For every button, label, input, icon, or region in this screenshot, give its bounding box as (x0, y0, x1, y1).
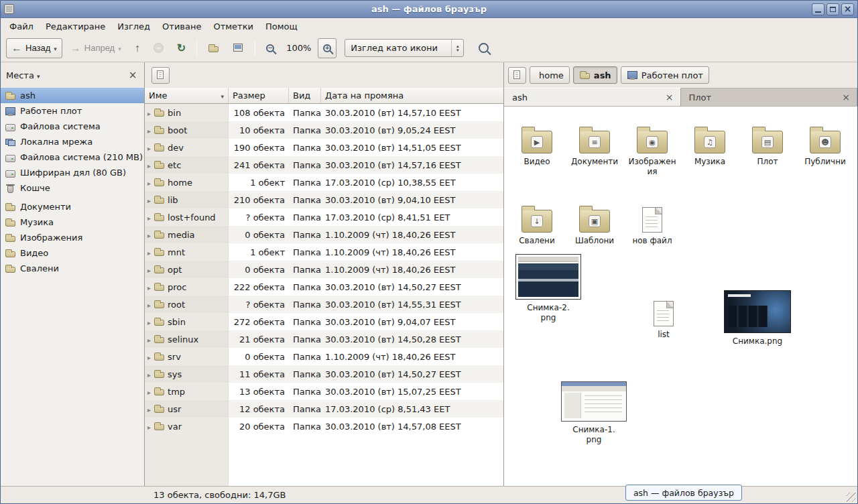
table-row[interactable]: boot 10 обекта Папка 30.03.2010 (вт) 9,0… (145, 121, 503, 139)
column-header-name[interactable]: Име (145, 88, 229, 103)
sidebar-item[interactable]: Файлова система (210 MB) (1, 149, 144, 165)
sidebar-item[interactable]: Локална мрежа (1, 134, 144, 149)
sidebar-item[interactable]: Кошче (1, 180, 144, 196)
table-row[interactable]: srv 0 обекта Папка 1.10.2009 (чт) 18,40,… (145, 348, 503, 365)
table-row[interactable]: opt 0 обекта Папка 1.10.2009 (чт) 18,40,… (145, 261, 503, 278)
icon-view-item[interactable]: list (640, 301, 687, 340)
expander-icon[interactable] (147, 300, 151, 310)
sidebar-item[interactable]: Шифриран дял (80 GB) (1, 165, 144, 180)
tab[interactable]: ash (504, 88, 681, 106)
table-row[interactable]: lib 210 обекта Папка 30.03.2010 (вт) 9,0… (145, 191, 503, 208)
location-button[interactable] (508, 67, 526, 84)
icon-view-item[interactable]: Снимка-2.png (511, 254, 585, 323)
expander-icon[interactable] (147, 265, 151, 275)
icon-label: Свалени (519, 236, 555, 246)
reload-button[interactable] (172, 38, 191, 58)
menu-item[interactable]: Помощ (259, 20, 304, 33)
resize-grip[interactable] (847, 493, 856, 502)
menu-item[interactable]: Отиване (156, 20, 207, 33)
sidebar-title-select[interactable]: Места (6, 70, 40, 80)
expander-icon[interactable] (147, 369, 151, 379)
stop-button[interactable] (148, 38, 169, 58)
minimize-button[interactable] (812, 3, 824, 15)
expander-icon[interactable] (147, 195, 151, 205)
table-row[interactable]: root ? обекта Папка 30.03.2010 (вт) 14,5… (145, 296, 503, 313)
menu-item[interactable]: Отметки (207, 20, 259, 33)
expander-icon[interactable] (147, 282, 151, 292)
sidebar-item[interactable]: ash (1, 88, 144, 103)
icon-view-item[interactable]: Снимка.png (721, 290, 794, 346)
icon-view-item[interactable]: ♫ Музика (681, 116, 739, 195)
expander-icon[interactable] (147, 422, 151, 432)
table-row[interactable]: media 0 обекта Папка 1.10.2009 (чт) 18,4… (145, 226, 503, 243)
expander-icon[interactable] (147, 247, 151, 257)
sidebar-close-button[interactable] (127, 69, 139, 81)
expander-icon[interactable] (147, 230, 151, 240)
sidebar-item[interactable]: Работен плот (1, 103, 144, 119)
menu-item[interactable]: Редактиране (40, 20, 111, 33)
expander-icon[interactable] (147, 125, 151, 135)
home-button[interactable] (202, 38, 225, 58)
icon-view-item[interactable]: ▶ Видео (508, 116, 566, 195)
icon-view-item[interactable]: ▤ Плот (739, 116, 796, 195)
icon-view[interactable]: ▶ Видео ≡ Документи ◉ (504, 107, 857, 486)
table-row[interactable]: tmp 13 обекта Папка 30.03.2010 (вт) 15,0… (145, 383, 503, 400)
column-header-size[interactable]: Размер (229, 88, 289, 103)
sidebar-item[interactable]: Свалени (1, 261, 144, 276)
expander-icon[interactable] (147, 334, 151, 344)
table-row[interactable]: proc 222 обекта Папка 30.03.2010 (вт) 14… (145, 278, 503, 296)
expander-icon[interactable] (147, 352, 151, 362)
expander-icon[interactable] (147, 212, 151, 223)
table-row[interactable]: dev 190 обекта Папка 30.03.2010 (вт) 14,… (145, 139, 503, 156)
expander-icon[interactable] (147, 143, 151, 153)
forward-button[interactable]: Напред (65, 38, 127, 58)
icon-view-item[interactable]: ◉ Изображения (623, 116, 681, 195)
column-header-date[interactable]: Дата на промяна (321, 88, 503, 103)
breadcrumb-button[interactable]: Работен плот (621, 66, 709, 84)
expander-icon[interactable] (147, 160, 151, 170)
maximize-button[interactable] (826, 3, 839, 15)
sidebar-item[interactable]: Видео (1, 245, 144, 261)
breadcrumb-button[interactable]: ash (573, 66, 617, 84)
menu-item[interactable]: Файл (3, 20, 40, 33)
breadcrumb-button[interactable]: home (530, 66, 570, 84)
expander-icon[interactable] (147, 178, 151, 188)
expander-icon[interactable] (147, 317, 151, 327)
table-row[interactable]: sys 11 обекта Папка 30.03.2010 (вт) 14,5… (145, 365, 503, 383)
sidebar-item[interactable]: Файлова система (1, 119, 144, 134)
tab[interactable]: Плот (681, 88, 858, 106)
table-row[interactable]: sbin 272 обекта Папка 30.03.2010 (вт) 9,… (145, 313, 503, 330)
expander-icon[interactable] (147, 108, 151, 118)
table-row[interactable]: bin 108 обекта Папка 30.03.2010 (вт) 14,… (145, 104, 503, 121)
table-row[interactable]: usr 12 обекта Папка 17.03.2010 (ср) 8,51… (145, 400, 503, 418)
close-button[interactable] (841, 3, 854, 15)
up-button[interactable] (129, 38, 145, 58)
computer-button[interactable] (227, 38, 249, 58)
column-header-type[interactable]: Вид (289, 88, 321, 103)
zoom-in-button[interactable] (318, 38, 336, 58)
expander-icon[interactable] (147, 404, 151, 414)
back-button[interactable]: Назад (6, 38, 62, 58)
table-row[interactable]: home 1 обект Папка 17.03.2010 (ср) 10,38… (145, 174, 503, 191)
close-icon[interactable] (841, 92, 851, 103)
table-row[interactable]: var 20 обекта Папка 30.03.2010 (вт) 14,5… (145, 418, 503, 435)
taskbar-window-button[interactable]: ash — файлов браузър (625, 485, 742, 501)
icon-view-item[interactable]: ≡ Документи (566, 116, 623, 195)
sidebar-item[interactable]: Изображения (1, 230, 144, 245)
icon-view-item[interactable]: ☻ Публични (796, 116, 854, 195)
search-button[interactable] (473, 38, 494, 58)
zoom-out-button[interactable] (261, 38, 280, 58)
location-button[interactable] (151, 67, 170, 84)
sidebar-item[interactable]: Музика (1, 214, 144, 230)
table-row[interactable]: mnt 1 обект Папка 1.10.2009 (чт) 18,40,2… (145, 243, 503, 261)
menu-item[interactable]: Изглед (111, 20, 156, 33)
sidebar-item[interactable]: Документи (1, 199, 144, 214)
icon-view-item[interactable]: нов файл (623, 195, 681, 274)
table-row[interactable]: lost+found ? обекта Папка 17.03.2010 (ср… (145, 208, 503, 226)
expander-icon[interactable] (147, 387, 151, 397)
icon-view-item[interactable]: Снимка-1.png (557, 381, 631, 445)
close-icon[interactable] (664, 92, 675, 103)
table-row[interactable]: selinux 21 обекта Папка 30.03.2010 (вт) … (145, 330, 503, 348)
view-mode-select[interactable]: Изглед като икони (345, 39, 464, 57)
table-row[interactable]: etc 241 обекта Папка 30.03.2010 (вт) 14,… (145, 156, 503, 174)
